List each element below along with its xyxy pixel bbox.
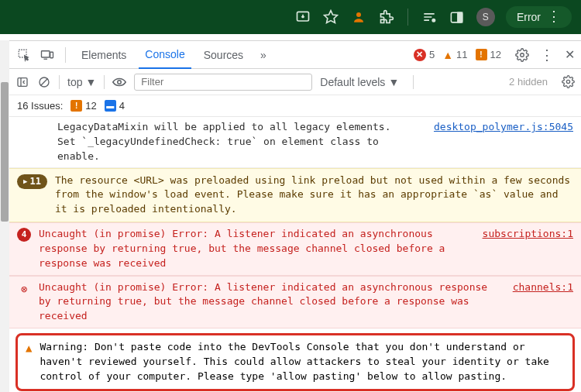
log-row: LegacyDataMixin will be applied to all l… [9,117,581,168]
svg-rect-7 [42,50,50,57]
log-area: LegacyDataMixin will be applied to all l… [9,117,581,392]
console-filterbar: top ▼ Default levels ▼ 2 hidden [9,69,581,95]
issues-label: 16 Issues: [17,100,63,112]
device-icon[interactable] [39,48,56,62]
log-row-error: 4 Uncaught (in promise) Error: A listene… [9,222,581,276]
issues-bar[interactable]: 16 Issues: ! 12 ▬ 4 [9,95,581,117]
svg-point-12 [118,80,122,84]
panel: Elements Console Sources » ✕ 5 ▲ 11 ! 12 [9,40,581,392]
tab-console[interactable]: Console [139,41,191,69]
svg-rect-10 [18,77,27,86]
issues-blue-value: 4 [119,100,125,112]
warning-count-value: 11 [456,49,467,60]
pill-count: 11 [29,175,40,188]
console-settings-icon[interactable] [562,75,575,88]
svg-rect-5 [458,12,462,22]
music-icon[interactable] [421,9,438,26]
tab-elements[interactable]: Elements [75,42,132,68]
settings-gear-icon[interactable] [515,48,529,62]
close-icon[interactable]: ✕ [565,47,575,62]
svg-point-3 [432,19,435,22]
error-count[interactable]: ✕ 5 [414,49,435,61]
filter-input[interactable] [134,74,312,91]
svg-point-13 [566,80,569,83]
svg-point-2 [356,12,361,17]
avatar[interactable]: S [476,8,495,26]
error-count-value: 5 [429,49,435,60]
log-source-link[interactable]: channels:1 [513,280,573,295]
toolbar-divider [407,9,408,26]
page-scrollbar[interactable] [0,40,9,392]
levels-value: Default levels [320,76,385,88]
levels-select[interactable]: Default levels ▼ [320,76,399,88]
info-count-value: 12 [490,49,501,60]
tab-sources[interactable]: Sources [198,42,249,68]
devtools-panel: Elements Console Sources » ✕ 5 ▲ 11 ! 12 [0,40,581,392]
log-source-link[interactable]: subscriptions:1 [483,227,573,242]
error-label: Error [517,11,541,23]
issues-orange-value: 12 [85,100,96,112]
fb-sep3 [413,75,414,89]
warning-triangle-icon: ▲ [26,340,32,384]
profile-icon[interactable] [350,9,367,26]
issues-blue-icon: ▬ [105,100,116,112]
log-message: LegacyDataMixin will be applied to all l… [57,120,426,164]
warning-message: Warning: Don't paste code into the DevTo… [40,340,565,384]
hidden-count[interactable]: 2 hidden [509,76,548,88]
chevron-down-icon: ▼ [388,76,399,88]
issues-orange-icon: ! [70,100,82,112]
tab-sep [65,47,66,63]
sidepanel-icon[interactable] [449,9,466,26]
chevron-down-icon: ▼ [85,76,96,88]
menu-dots-icon: ⋮ [547,9,561,23]
browser-toolbar: S Error ⋮ [0,0,581,34]
svg-marker-1 [325,11,338,23]
inspect-icon[interactable] [15,48,33,62]
issues-orange-chip: ! 12 [70,100,96,112]
log-row-preload: ▶ 11 The resource <URL> was preloaded us… [9,168,581,223]
paste-warning-box: ▲ Warning: Don't paste code into the Dev… [15,333,575,391]
log-message: Uncaught (in promise) Error: A listener … [39,227,475,271]
svg-point-9 [521,53,524,57]
log-row-error: ⊗ Uncaught (in promise) Error: A listene… [9,276,581,329]
svg-rect-8 [50,52,53,58]
warning-count[interactable]: ▲ 11 [442,49,467,61]
more-vert-icon[interactable]: ⋮ [540,46,554,64]
issues-blue-chip: ▬ 4 [105,100,125,112]
install-icon[interactable] [294,9,311,26]
scroll-thumb[interactable] [1,82,9,222]
warning-triangle-icon: ▲ [442,49,453,61]
error-x-icon: ⊗ [17,281,31,297]
error-button[interactable]: Error ⋮ [506,6,572,28]
context-value: top [67,76,82,88]
error-count-badge[interactable]: 4 [17,228,31,242]
expand-count-pill[interactable]: ▶ 11 [17,174,47,189]
log-message: Uncaught (in promise) Error: A listener … [39,280,505,325]
tabs: Elements Console Sources » ✕ 5 ▲ 11 ! 12 [9,41,581,69]
chevron-right-icon: ▶ [23,177,27,187]
fb-sep2 [104,75,105,89]
context-select[interactable]: top ▼ [67,76,96,88]
fb-sep [59,75,60,89]
live-expression-icon[interactable] [112,77,126,88]
log-message: The resource <URL> was preloaded using l… [55,174,573,218]
info-count[interactable]: ! 12 [476,49,501,60]
tabs-overflow[interactable]: » [256,49,271,61]
error-x-icon: ✕ [414,49,426,61]
extensions-icon[interactable] [378,9,395,26]
gap [0,34,581,40]
sidebar-toggle-icon[interactable] [15,76,29,88]
clear-console-icon[interactable] [37,76,51,88]
log-source-link[interactable]: desktop_polymer.js:5045 [434,120,573,135]
tabs-right: ⋮ ✕ [515,46,575,64]
star-icon[interactable] [322,9,339,26]
info-square-icon: ! [476,49,487,60]
status-counts: ✕ 5 ▲ 11 ! 12 [414,49,501,61]
